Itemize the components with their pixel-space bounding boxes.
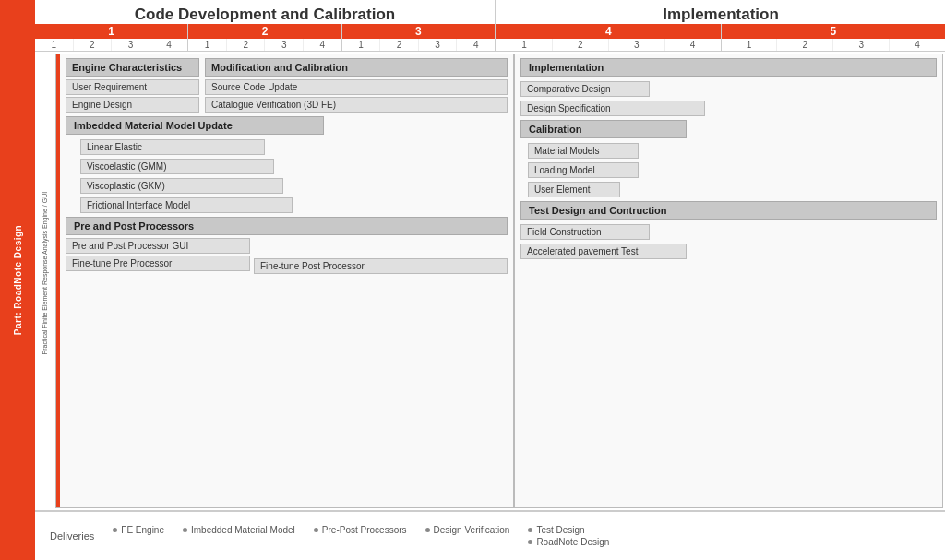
imbedded-block: Imbedded Material Model Update Linear El… (66, 116, 508, 213)
group-5: 5 1 2 3 4 (722, 24, 946, 51)
engine-char-header: Engine Characteristics (66, 58, 199, 77)
pre-post-right: Fine-tune Post Processor (254, 238, 508, 274)
main-container: Part: RoadNote Design Code Development a… (0, 0, 945, 560)
dot (113, 528, 117, 532)
subcol: 1 (35, 39, 74, 51)
row-1: Engine Characteristics User Requirement … (66, 58, 508, 113)
group-3: 3 1 2 3 4 (342, 24, 495, 51)
accel-pavement-item: Accelerated pavement Test (520, 244, 687, 259)
sub-header: 1 1 2 3 4 2 1 2 3 4 (35, 24, 945, 52)
test-design-header: Test Design and Contruction (520, 201, 937, 220)
subcol: 2 (227, 39, 266, 51)
left-groups: 1 1 2 3 4 2 1 2 3 4 (35, 24, 496, 51)
code-dev-title-text: Code Development and Calibration (135, 6, 395, 23)
sidebar-label-text: Part: RoadNote Design (13, 225, 23, 335)
subcol: 2 (74, 39, 113, 51)
mod-cal-block: Modification and Calibration Source Code… (205, 58, 508, 113)
pre-post-gui-item: Pre and Post Processor GUI (66, 238, 250, 254)
subcol: 2 (553, 39, 609, 51)
dot (528, 528, 532, 532)
engine-char-block: Engine Characteristics User Requirement … (66, 58, 199, 113)
user-requirement-item: User Requirement (66, 79, 199, 95)
footer: Deliveries FE Engine Imbedded Material M… (35, 510, 945, 560)
pre-post-block: Pre and Post Processors Pre and Post Pro… (66, 217, 508, 274)
subcol: 4 (457, 39, 495, 51)
subcol: 3 (112, 39, 150, 51)
user-element-item: User Element (528, 182, 620, 197)
impl-header-text: Implementation (529, 62, 604, 73)
engine-char-header-text: Engine Characteristics (72, 62, 182, 73)
calibration-header: Calibration (520, 120, 687, 138)
viscoplastic-item: Viscoplastic (GKM) (80, 178, 283, 194)
field-construction-item: Field Construction (520, 224, 650, 240)
right-content: Implementation Comparative Design Design… (515, 54, 942, 507)
subcol: 1 (496, 39, 553, 51)
pre-post-header: Pre and Post Processors (66, 217, 508, 235)
sidebar-label: Part: RoadNote Design (13, 188, 23, 373)
subcol: 3 (609, 39, 665, 51)
delivery-item-imbedded: Imbedded Material Model (183, 525, 295, 535)
subcol: 4 (890, 39, 945, 51)
subcol: 4 (304, 39, 341, 51)
imbedded-header: Imbedded Material Model Update (66, 116, 324, 135)
test-design-header-text: Test Design and Contruction (529, 205, 667, 216)
left-content: Engine Characteristics User Requirement … (60, 54, 515, 507)
design-spec-item: Design Specification (520, 101, 705, 116)
subcol: 3 (833, 39, 890, 51)
group-1-subcols: 1 2 3 4 (35, 39, 187, 51)
fine-tune-post-item: Fine-tune Post Processor (254, 258, 508, 274)
top-header-row: Code Development and Calibration Impleme… (35, 0, 945, 24)
calibration-header-text: Calibration (529, 124, 581, 135)
engine-design-item: Engine Design (66, 97, 199, 113)
subcol: 4 (665, 39, 721, 51)
subcol: 2 (777, 39, 833, 51)
viscoelastic-item: Viscoelastic (GMM) (80, 159, 274, 174)
group-3-bar: 3 (342, 24, 495, 39)
comparative-design-item: Comparative Design (520, 81, 650, 97)
subcol: 4 (150, 39, 188, 51)
content-area: Code Development and Calibration Impleme… (35, 0, 945, 560)
loading-model-item: Loading Model (528, 162, 639, 178)
dot (183, 528, 187, 532)
subcol: 3 (265, 39, 304, 51)
group-2-subcols: 1 2 3 4 (188, 39, 341, 51)
delivery-item-fe-engine: FE Engine (113, 525, 164, 535)
delivery-item-pre-post: Pre-Post Processors (314, 525, 407, 535)
delivery-group-3: Pre-Post Processors (314, 525, 407, 535)
implementation-title: Implementation (496, 0, 945, 24)
group-4-subcols: 1 2 3 4 (496, 39, 721, 51)
group-1-bar: 1 (35, 24, 187, 39)
fine-tune-pre-item: Fine-tune Pre Processor (66, 256, 250, 271)
dot (528, 540, 532, 544)
subcol: 3 (419, 39, 458, 51)
material-models-item: Material Models (528, 143, 639, 159)
impl-header: Implementation (520, 58, 937, 77)
calibration-block: Calibration Material Models Loading Mode… (520, 120, 937, 197)
group-5-bar: 5 (722, 24, 946, 39)
imbedded-items: Linear Elastic Viscoelastic (GMM) Viscop… (80, 137, 508, 213)
main-grid: Engine Characteristics User Requirement … (55, 54, 943, 508)
pre-post-header-text: Pre and Post Processors (74, 220, 194, 232)
vertical-label: Practical Finite Element Response Analys… (42, 208, 48, 355)
delivery-item-roadnote: RoadNote Design (528, 537, 609, 547)
footer-label-text: Deliveries (50, 530, 94, 542)
delivery-group-2: Imbedded Material Model (183, 525, 295, 535)
pre-post-left: Pre and Post Processor GUI Fine-tune Pre… (66, 238, 250, 274)
delivery-group-1: FE Engine (113, 525, 164, 535)
mod-cal-header: Modification and Calibration (205, 58, 508, 77)
group-1: 1 1 2 3 4 (35, 24, 188, 51)
group-5-subcols: 1 2 3 4 (722, 39, 946, 51)
diagram-body: Practical Finite Element Response Analys… (35, 52, 945, 510)
dot (314, 528, 318, 532)
test-design-block: Test Design and Contruction Field Constr… (520, 201, 937, 259)
vertical-label-container: Practical Finite Element Response Analys… (35, 52, 54, 510)
delivery-item-design-ver: Design Verification (425, 525, 510, 535)
subcol: 1 (342, 39, 381, 51)
right-groups: 4 1 2 3 4 5 1 2 3 4 (496, 24, 945, 51)
linear-elastic-item: Linear Elastic (80, 139, 265, 155)
group-2-bar: 2 (188, 24, 341, 39)
implementation-title-text: Implementation (663, 6, 779, 23)
group-4-bar: 4 (496, 24, 721, 39)
subcol: 1 (188, 39, 227, 51)
mod-cal-header-text: Modification and Calibration (211, 62, 348, 73)
